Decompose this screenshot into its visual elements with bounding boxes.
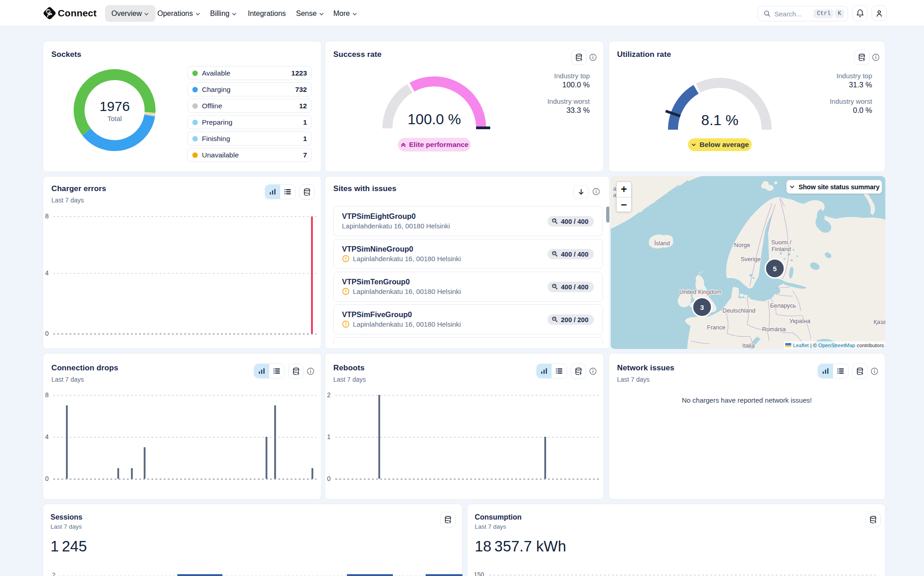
svg-text:France: France <box>707 324 725 331</box>
svg-text:Ísland: Ísland <box>654 240 670 247</box>
svg-text:Románia: Románia <box>762 326 786 333</box>
svg-text:Industry top: Industry top <box>554 72 590 80</box>
svg-text:3: 3 <box>700 303 704 311</box>
svg-text:0.0 %: 0.0 % <box>853 106 873 114</box>
svg-text:Industry top: Industry top <box>837 72 872 80</box>
svg-text:5: 5 <box>773 265 777 273</box>
svg-text:Україна: Україна <box>789 318 811 324</box>
svg-text:100.0 %: 100.0 % <box>407 111 461 127</box>
svg-text:Беларусь: Беларусь <box>770 302 796 309</box>
svg-text:31.3 %: 31.3 % <box>849 81 873 89</box>
svg-text:Finland: Finland <box>772 246 791 253</box>
svg-text:Industry worst: Industry worst <box>830 97 873 105</box>
svg-text:Total: Total <box>107 115 122 122</box>
svg-text:100.0 %: 100.0 % <box>562 81 590 89</box>
svg-text:33.3 %: 33.3 % <box>567 106 590 114</box>
svg-text:Deutschland: Deutschland <box>723 307 755 314</box>
svg-text:Sverige: Sverige <box>741 256 761 263</box>
svg-text:Suomi /: Suomi / <box>771 239 791 246</box>
svg-text:Қазақс: Қазақс <box>874 318 885 325</box>
svg-text:Industry worst: Industry worst <box>547 97 590 105</box>
svg-text:1976: 1976 <box>100 99 130 114</box>
svg-text:Italia: Italia <box>742 342 755 349</box>
svg-text:United Kingdom: United Kingdom <box>679 288 722 295</box>
svg-text:Norge: Norge <box>734 242 750 248</box>
svg-text:8.1 %: 8.1 % <box>701 112 738 128</box>
